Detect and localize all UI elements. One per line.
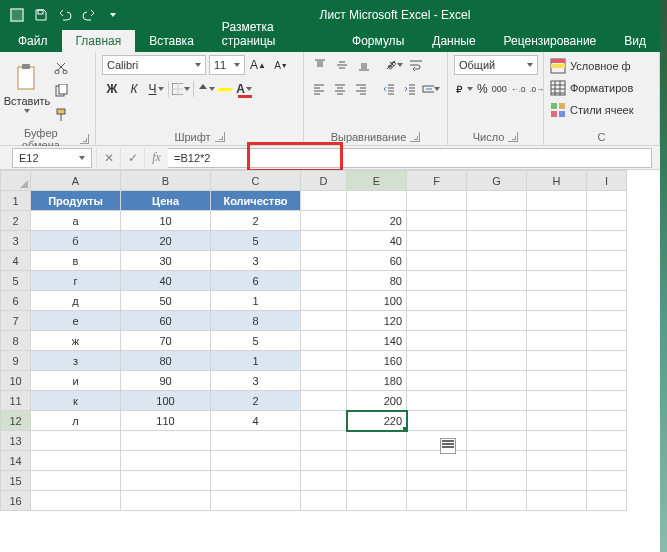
cell-F15[interactable] bbox=[407, 471, 467, 491]
row-header-3[interactable]: 3 bbox=[1, 231, 31, 251]
fill-color-icon[interactable] bbox=[196, 79, 216, 99]
cell-F3[interactable] bbox=[407, 231, 467, 251]
cell-A16[interactable] bbox=[31, 491, 121, 511]
save-icon[interactable] bbox=[30, 4, 52, 26]
cell-B11[interactable]: 100 bbox=[121, 391, 211, 411]
cell-E15[interactable] bbox=[347, 471, 407, 491]
row-header-8[interactable]: 8 bbox=[1, 331, 31, 351]
paste-button[interactable]: Вставить bbox=[6, 55, 48, 121]
cell-B8[interactable]: 70 bbox=[121, 331, 211, 351]
cell-E2[interactable]: 20 bbox=[347, 211, 407, 231]
wrap-text-icon[interactable] bbox=[406, 55, 426, 75]
tab-insert[interactable]: Вставка bbox=[135, 30, 208, 52]
formula-input[interactable]: =B12*2 bbox=[168, 148, 652, 168]
cell-H1[interactable] bbox=[527, 191, 587, 211]
cell-E14[interactable] bbox=[347, 451, 407, 471]
conditional-formatting-button[interactable]: Условное ф bbox=[550, 55, 653, 77]
cell-I13[interactable] bbox=[587, 431, 627, 451]
cell-D1[interactable] bbox=[301, 191, 347, 211]
cell-D8[interactable] bbox=[301, 331, 347, 351]
cell-B6[interactable]: 50 bbox=[121, 291, 211, 311]
cell-G7[interactable] bbox=[467, 311, 527, 331]
tab-home[interactable]: Главная bbox=[62, 30, 136, 52]
cell-E13[interactable] bbox=[347, 431, 407, 451]
cell-B5[interactable]: 40 bbox=[121, 271, 211, 291]
cell-F14[interactable] bbox=[407, 451, 467, 471]
cell-H8[interactable] bbox=[527, 331, 587, 351]
cell-B9[interactable]: 80 bbox=[121, 351, 211, 371]
italic-button[interactable]: К bbox=[124, 79, 144, 99]
copy-icon[interactable] bbox=[50, 81, 72, 101]
cell-I14[interactable] bbox=[587, 451, 627, 471]
cell-E11[interactable]: 200 bbox=[347, 391, 407, 411]
cell-B4[interactable]: 30 bbox=[121, 251, 211, 271]
tab-view[interactable]: Вид bbox=[610, 30, 660, 52]
cell-H16[interactable] bbox=[527, 491, 587, 511]
cell-D12[interactable] bbox=[301, 411, 347, 431]
align-top-icon[interactable] bbox=[310, 55, 330, 75]
cell-B15[interactable] bbox=[121, 471, 211, 491]
col-header-F[interactable]: F bbox=[407, 171, 467, 191]
cell-C2[interactable]: 2 bbox=[211, 211, 301, 231]
cell-H12[interactable] bbox=[527, 411, 587, 431]
clipboard-dialog-launcher-icon[interactable] bbox=[80, 134, 89, 144]
cell-E5[interactable]: 80 bbox=[347, 271, 407, 291]
row-header-4[interactable]: 4 bbox=[1, 251, 31, 271]
align-left-icon[interactable] bbox=[310, 79, 329, 99]
cell-A14[interactable] bbox=[31, 451, 121, 471]
cell-H11[interactable] bbox=[527, 391, 587, 411]
cell-F10[interactable] bbox=[407, 371, 467, 391]
font-dialog-launcher-icon[interactable] bbox=[215, 132, 225, 142]
number-format-combo[interactable]: Общий bbox=[454, 55, 538, 75]
cell-D2[interactable] bbox=[301, 211, 347, 231]
cell-D3[interactable] bbox=[301, 231, 347, 251]
cell-C14[interactable] bbox=[211, 451, 301, 471]
cell-F16[interactable] bbox=[407, 491, 467, 511]
row-header-5[interactable]: 5 bbox=[1, 271, 31, 291]
cell-G5[interactable] bbox=[467, 271, 527, 291]
col-header-D[interactable]: D bbox=[301, 171, 347, 191]
alignment-dialog-launcher-icon[interactable] bbox=[410, 132, 420, 142]
cell-G15[interactable] bbox=[467, 471, 527, 491]
align-bottom-icon[interactable] bbox=[354, 55, 374, 75]
cell-I7[interactable] bbox=[587, 311, 627, 331]
cell-A10[interactable]: и bbox=[31, 371, 121, 391]
cell-G11[interactable] bbox=[467, 391, 527, 411]
cell-H14[interactable] bbox=[527, 451, 587, 471]
cell-G16[interactable] bbox=[467, 491, 527, 511]
cell-E1[interactable] bbox=[347, 191, 407, 211]
row-header-2[interactable]: 2 bbox=[1, 211, 31, 231]
cell-D4[interactable] bbox=[301, 251, 347, 271]
decrease-decimal-icon[interactable]: .0→ bbox=[528, 79, 545, 99]
cell-B1[interactable]: Цена bbox=[121, 191, 211, 211]
col-header-I[interactable]: I bbox=[587, 171, 627, 191]
cell-D13[interactable] bbox=[301, 431, 347, 451]
cell-B13[interactable] bbox=[121, 431, 211, 451]
cell-G13[interactable] bbox=[467, 431, 527, 451]
col-header-B[interactable]: B bbox=[121, 171, 211, 191]
cell-C1[interactable]: Количество bbox=[211, 191, 301, 211]
cell-G6[interactable] bbox=[467, 291, 527, 311]
excel-app-icon[interactable] bbox=[6, 4, 28, 26]
cell-I15[interactable] bbox=[587, 471, 627, 491]
cell-C10[interactable]: 3 bbox=[211, 371, 301, 391]
cell-G10[interactable] bbox=[467, 371, 527, 391]
increase-indent-icon[interactable] bbox=[400, 79, 419, 99]
cell-G14[interactable] bbox=[467, 451, 527, 471]
cell-G3[interactable] bbox=[467, 231, 527, 251]
cell-styles-button[interactable]: Стили ячеек bbox=[550, 99, 653, 121]
undo-icon[interactable] bbox=[54, 4, 76, 26]
cell-B14[interactable] bbox=[121, 451, 211, 471]
fx-icon[interactable]: fx bbox=[144, 148, 168, 168]
row-header-9[interactable]: 9 bbox=[1, 351, 31, 371]
cell-C6[interactable]: 1 bbox=[211, 291, 301, 311]
cell-D10[interactable] bbox=[301, 371, 347, 391]
cell-E16[interactable] bbox=[347, 491, 407, 511]
cell-A8[interactable]: ж bbox=[31, 331, 121, 351]
cell-H2[interactable] bbox=[527, 211, 587, 231]
underline-button[interactable]: Ч bbox=[146, 79, 166, 99]
cell-C7[interactable]: 8 bbox=[211, 311, 301, 331]
enter-formula-icon[interactable]: ✓ bbox=[120, 148, 144, 168]
increase-font-icon[interactable]: A▲ bbox=[248, 55, 268, 75]
col-header-G[interactable]: G bbox=[467, 171, 527, 191]
